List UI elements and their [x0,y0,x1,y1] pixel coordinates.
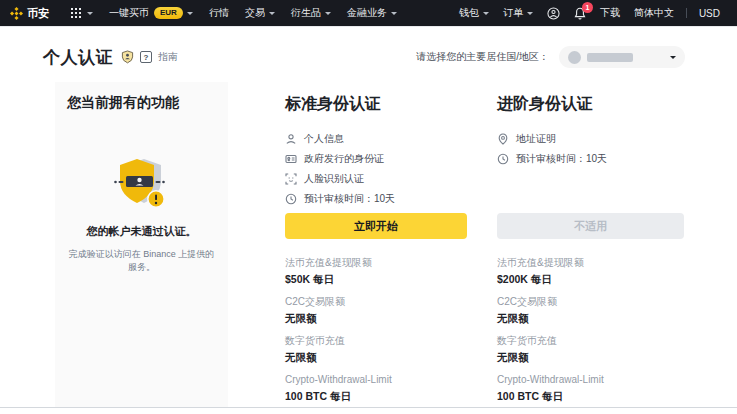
nav-item-label: 下载 [600,6,620,20]
country-label: 请选择您的主要居住国/地区： [416,50,549,64]
panel-heading: 您当前拥有的功能 [67,94,216,112]
nav-item-label: 交易 [245,6,265,20]
stat-fiat-limit: 法币充值&提现限额 $50K 每日 [285,257,467,286]
stat-label: C2C交易限额 [285,296,467,308]
clock-icon [285,193,297,205]
person-icon [285,133,297,145]
chevron-down-icon [391,12,397,15]
stat-value: 无限额 [497,351,684,364]
apps-menu[interactable] [71,8,93,18]
nav-item-buy-crypto[interactable]: 一键买币 EUR [109,6,193,20]
stat-c2c-limit: C2C交易限额 无限额 [285,296,467,325]
stat-value: 100 BTC 每日 [497,390,684,403]
standard-verification-column: 标准身份认证 个人信息 政府发行的身份证 [285,82,467,413]
stat-value: $200K 每日 [497,273,684,286]
feature-label: 人脸识别认证 [304,172,364,186]
nav-item-orders[interactable]: 订单 [503,6,533,20]
question-icon[interactable]: ? [140,51,152,63]
nav-item-download[interactable]: 下载 [600,6,620,20]
chevron-down-icon [670,56,676,59]
guide-link[interactable]: 指南 [158,50,178,64]
chevron-down-icon [325,12,331,15]
clock-icon [497,153,509,165]
feature-personal-info: 个人信息 [285,129,467,149]
main-content: 您当前拥有的功能 您的帐户未通过认证。 完成验证 [0,82,737,408]
nav-item-wallet[interactable]: 钱包 [459,6,489,20]
section-divider [0,407,737,408]
stat-label: 法币充值&提现限额 [285,257,467,269]
country-name-placeholder [587,53,633,62]
column-title: 进阶身份认证 [497,94,684,115]
stat-label: Crypto-Withdrawal-Limit [285,374,467,386]
page-title: 个人认证 [43,46,113,69]
not-applicable-button[interactable]: 不适用 [497,213,684,239]
notification-badge: 1 [582,2,593,13]
nav-item-finance[interactable]: 金融业务 [347,6,397,20]
chevron-down-icon [483,12,489,15]
account-status-text: 您的帐户未通过认证。 [67,224,216,239]
brand-name: 币安 [27,6,49,21]
stat-label: C2C交易限额 [497,296,684,308]
stat-crypto-deposit: 数字货币充值 无限额 [497,335,684,364]
feature-government-id: 政府发行的身份证 [285,149,467,169]
country-select[interactable] [559,46,685,68]
location-pin-icon [497,133,509,145]
stat-label: 法币充值&提现限额 [497,257,684,269]
nav-item-label: USD [699,8,720,19]
stat-value: 100 BTC 每日 [285,390,467,403]
stat-label: Crypto-Withdrawal-Limit [497,374,684,386]
start-now-button[interactable]: 立即开始 [285,213,467,239]
page: 币安 一键买币 EUR [0,0,737,414]
feature-label: 个人信息 [304,132,344,146]
feature-label: 预计审核时间：10天 [516,152,607,166]
nav-item-label: 衍生品 [291,6,321,20]
nav-item-markets[interactable]: 行情 [209,6,229,20]
stat-crypto-withdrawal: Crypto-Withdrawal-Limit 100 BTC 每日 [497,374,684,403]
stat-value: 无限额 [285,351,467,364]
user-profile-icon[interactable] [547,7,560,20]
feature-label: 地址证明 [516,132,556,146]
nav-item-derivatives[interactable]: 衍生品 [291,6,331,20]
nav-item-label: 一键买币 [109,6,149,20]
nav-item-label: 订单 [503,6,523,20]
chevron-down-icon [527,12,533,15]
account-status-description: 完成验证以访问在 Binance 上提供的服务。 [67,248,216,274]
stat-value: 无限额 [285,312,467,325]
stat-fiat-limit: 法币充值&提现限额 $200K 每日 [497,257,684,286]
feature-label: 预计审核时间：10天 [304,192,395,206]
apps-grid-icon [71,8,81,18]
advanced-verification-column: 进阶身份认证 地址证明 预计审核时间：10天 不适用 [497,82,684,413]
stat-value: $50K 每日 [285,273,467,286]
feature-review-time: 预计审核时间：10天 [285,189,467,209]
verified-shield-icon [121,50,134,64]
page-header: 个人认证 ? 指南 请选择您的主要居住国/地区： [0,26,737,82]
stat-crypto-deposit: 数字货币充值 无限额 [285,335,467,364]
stat-value: 无限额 [497,312,684,325]
nav-item-currency[interactable]: USD [699,8,720,19]
nav-item-language[interactable]: 简体中文 [634,6,674,20]
eur-badge: EUR [154,7,183,19]
nav-item-label: 行情 [209,6,229,20]
stat-crypto-withdrawal: Crypto-Withdrawal-Limit 100 BTC 每日 [285,374,467,403]
stat-label: 数字货币充值 [285,335,467,347]
top-navbar: 币安 一键买币 EUR [0,0,737,26]
feature-label: 政府发行的身份证 [304,152,384,166]
feature-review-time: 预计审核时间：10天 [497,149,684,169]
stat-c2c-limit: C2C交易限额 无限额 [497,296,684,325]
feature-proof-of-address: 地址证明 [497,129,684,149]
binance-logo[interactable]: 币安 [10,6,49,21]
shield-illustration [67,158,216,210]
chevron-down-icon [269,12,275,15]
id-card-icon [285,153,297,165]
face-id-icon [285,173,297,185]
divider [686,8,687,18]
feature-face-recognition: 人脸识别认证 [285,169,467,189]
nav-item-label: 钱包 [459,6,479,20]
chevron-down-icon [87,12,93,15]
country-flag-placeholder [568,51,581,64]
notification-bell-icon[interactable]: 1 [574,7,586,20]
binance-diamond-icon [10,7,23,20]
nav-item-trade[interactable]: 交易 [245,6,275,20]
current-features-panel: 您当前拥有的功能 您的帐户未通过认证。 完成验证 [55,82,228,407]
chevron-down-icon [187,12,193,15]
